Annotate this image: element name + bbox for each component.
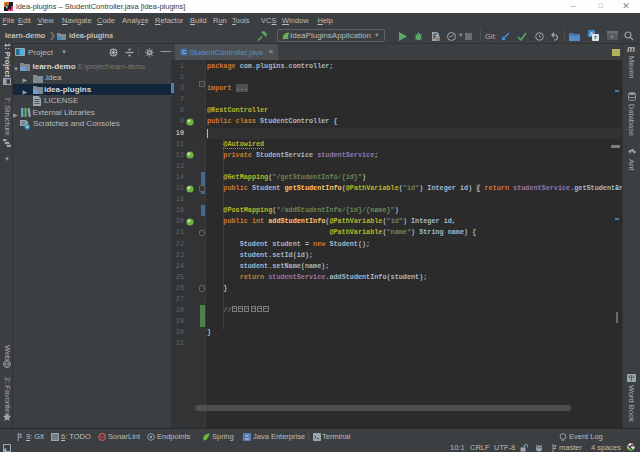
svg-text:C: C <box>182 48 187 55</box>
